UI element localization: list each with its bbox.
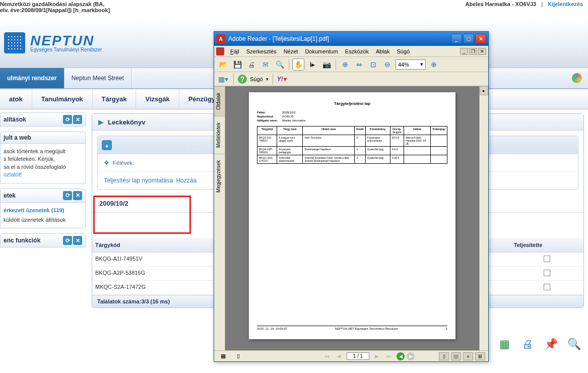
mail-icon[interactable]: ✉ xyxy=(259,58,272,71)
dcol-6: Óra típ. (e-gy-l) xyxy=(390,127,404,135)
menu-tools[interactable]: Eszközök xyxy=(342,47,372,55)
panel-messages: etek ⟳ ✕ érkezett üzenetek (119) küldött… xyxy=(0,189,86,229)
zoom-field[interactable]: 44%▾ xyxy=(396,59,426,70)
zoom-in-btn-icon[interactable]: ⊕ xyxy=(428,58,440,71)
hand-tool-icon[interactable]: ✋ xyxy=(292,58,304,71)
col-completed[interactable]: Teljesítette xyxy=(511,238,583,253)
news-line-1: ások történtek a megújult xyxy=(4,148,82,155)
close-icon[interactable]: ✕ xyxy=(73,115,82,124)
logout-link[interactable]: Kijelentkezés xyxy=(548,1,583,7)
first-page-icon[interactable]: ⏮ xyxy=(322,352,332,360)
forward-nav-icon[interactable]: ▶ xyxy=(407,352,415,360)
sidetab-pages[interactable]: Oldalak xyxy=(214,86,225,116)
refresh-icon[interactable]: ⟳ xyxy=(63,191,72,200)
refresh-icon[interactable]: ⟳ xyxy=(63,115,72,124)
sidetab-attachments[interactable]: Mellékletek xyxy=(214,116,225,154)
menu-file[interactable]: FFájlájl xyxy=(227,47,242,55)
minimize-button[interactable]: _ xyxy=(451,34,462,44)
page-single-icon[interactable]: ▯ xyxy=(232,350,244,362)
color-theme-icon[interactable] xyxy=(572,73,582,83)
maximize-button[interactable]: □ xyxy=(463,34,474,44)
organize-icon[interactable]: ▦▾ xyxy=(217,73,229,85)
menu-help[interactable]: Súgó xyxy=(394,47,413,55)
doc-close-button[interactable]: ✕ xyxy=(478,48,486,55)
select-tool-icon[interactable]: I▸ xyxy=(306,58,318,71)
menu-edit[interactable]: Szerkesztés xyxy=(243,47,280,55)
pdf-viewer[interactable]: Tárgyteljesítési lap Félév:2009/10/2 Nep… xyxy=(225,86,479,350)
close-icon[interactable]: ✕ xyxy=(73,191,82,200)
pdf-titlebar[interactable]: A Adobe Reader - [TeljesitesiLap[1].pdf]… xyxy=(214,32,488,46)
pdf-sidetabs: Oldalak Mellékletek Megjegyzések xyxy=(214,86,225,350)
menu-document[interactable]: Dokumentum xyxy=(302,47,341,55)
pdf-scrollbar[interactable]: ▸ xyxy=(479,86,488,350)
collapse-icon[interactable]: ▲ xyxy=(102,140,112,150)
checkbox[interactable] xyxy=(544,256,550,262)
page-layout-icon[interactable]: ▦ xyxy=(217,350,229,362)
print-link[interactable]: Teljesítési lap nyomtatása xyxy=(104,177,173,184)
sidebar: alítások ⟳ ✕ jult a web ások történtek a… xyxy=(0,109,86,373)
program-line-1: Nemzetközi gazdálkodási alapszak (BA, xyxy=(0,1,110,7)
panel-messages-body: érkezett üzenetek (119) küldött üzenetek… xyxy=(0,203,86,229)
close-icon[interactable]: ✕ xyxy=(73,236,82,245)
scroll-right-icon[interactable]: ▸ xyxy=(480,86,488,95)
nav-atok[interactable]: atok xyxy=(0,89,32,109)
menu-view[interactable]: Nézet xyxy=(281,47,301,55)
prev-page-icon[interactable]: ◀ xyxy=(335,352,344,360)
excel-icon[interactable]: ▦ xyxy=(496,336,512,352)
doc-title: Tárgyteljesítési lap xyxy=(257,101,447,106)
search-icon[interactable]: 🔍 xyxy=(274,58,286,71)
open-icon[interactable]: 📂 xyxy=(217,58,229,71)
last-page-icon[interactable]: ⏭ xyxy=(384,352,394,360)
meta-sem-value: 2009/10/2 xyxy=(282,111,296,114)
msg-settings-link[interactable]: állítások xyxy=(45,217,66,223)
view-mode-icon-1[interactable]: ▯ xyxy=(439,352,449,360)
doc-minimize-button[interactable]: _ xyxy=(460,48,468,55)
fit-width-icon[interactable]: ⇔ xyxy=(353,58,365,71)
col-code[interactable]: Tárgykód xyxy=(92,238,211,253)
inbox-link[interactable]: érkezett üzenetek (119) xyxy=(4,207,82,214)
user-label: Abeles Harmatka - XO6VJ3 xyxy=(466,1,537,7)
view-mode-icon-2[interactable]: ▯▯ xyxy=(451,352,461,360)
zoom-in-icon[interactable]: ⊕ xyxy=(339,58,351,71)
pin-icon[interactable]: 📌 xyxy=(543,336,559,352)
close-button[interactable]: ✕ xyxy=(475,34,486,44)
dcol-2: Tárgy neve xyxy=(277,127,303,135)
pdf-body: Oldalak Mellékletek Megjegyzések Tárgyte… xyxy=(214,86,488,350)
panel-favorites-header: enc funkciók ⟳ ✕ xyxy=(0,233,86,247)
save-icon[interactable]: 💾 xyxy=(231,58,243,71)
yahoo-icon[interactable]: Y!▾ xyxy=(277,76,286,83)
page-number-field[interactable]: 1 / 1 xyxy=(347,352,369,360)
sent-link[interactable]: küldött üzenetek xyxy=(4,217,44,223)
checkbox[interactable] xyxy=(544,284,550,290)
tab-studies-system[interactable]: ulmányi rendszer xyxy=(0,68,64,88)
news-link[interactable]: oztatót xyxy=(4,171,20,177)
nav-studies[interactable]: Tanulmányok xyxy=(32,89,93,109)
print-icon[interactable]: 🖨 xyxy=(519,336,536,352)
meta-student-label: Hallgató neve: xyxy=(257,119,282,122)
help-icon[interactable]: ? xyxy=(238,75,247,84)
sidetab-comments[interactable]: Megjegyzések xyxy=(214,154,225,199)
back-nav-icon[interactable]: ◀ xyxy=(397,352,405,360)
doc-restore-button[interactable]: ❐ xyxy=(469,48,477,55)
snapshot-icon[interactable]: 📷 xyxy=(320,58,333,71)
diamond-icon: ❖ xyxy=(104,159,109,166)
search-icon[interactable]: 🔍 xyxy=(566,336,582,352)
gradebook-title: Leckekönyv xyxy=(108,118,145,126)
news-line-2: s felületeken. Kérjük, xyxy=(4,155,82,163)
refresh-icon[interactable]: ⟳ xyxy=(63,236,72,245)
zoom-out-icon[interactable]: ⊖ xyxy=(381,58,394,71)
dcol-3: Oktató neve xyxy=(303,127,355,135)
tab-meet-street[interactable]: Neptun Meet Street xyxy=(64,68,132,88)
add-link[interactable]: Hozzáa xyxy=(176,177,197,184)
help-label[interactable]: Súgó xyxy=(250,76,263,82)
menu-window[interactable]: Ablak xyxy=(373,47,393,55)
checkbox[interactable] xyxy=(544,270,550,276)
fit-page-icon[interactable]: ⊡ xyxy=(367,58,379,71)
print-icon[interactable]: 🖨 xyxy=(245,58,257,71)
nav-exams[interactable]: Vizsgák xyxy=(136,89,179,109)
view-mode-icon-4[interactable]: ⊞ xyxy=(475,352,485,360)
nav-subjects[interactable]: Tárgyak xyxy=(93,89,137,109)
view-mode-icon-3[interactable]: ≡ xyxy=(463,352,473,360)
doc-footer: 2010. 11. 19. 14:09:07 NEPTUN.NET Egység… xyxy=(257,326,447,330)
next-page-icon[interactable]: ▶ xyxy=(372,352,381,360)
